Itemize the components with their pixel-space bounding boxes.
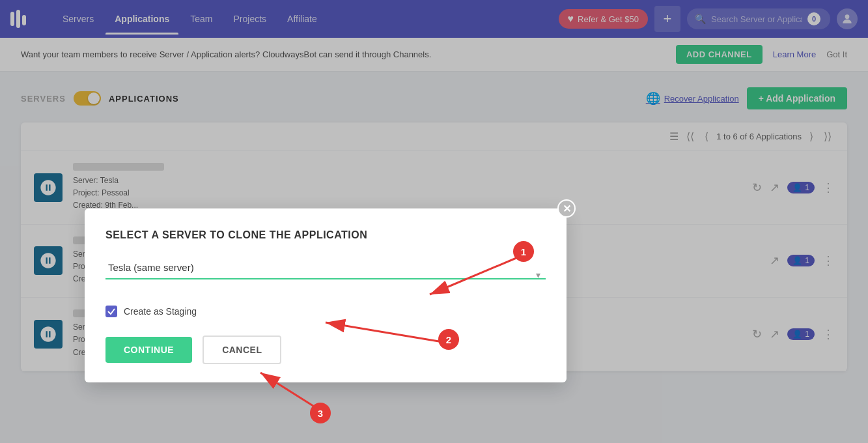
modal-title: SELECT A SERVER TO CLONE THE APPLICATION xyxy=(105,229,546,241)
clone-modal: ✕ SELECT A SERVER TO CLONE THE APPLICATI… xyxy=(85,208,567,382)
continue-button[interactable]: CONTINUE xyxy=(105,337,192,363)
modal-close-button[interactable]: ✕ xyxy=(557,199,576,218)
staging-checkbox-row: Create as Staging xyxy=(105,306,546,317)
annotation-3: 3 xyxy=(310,403,331,423)
cancel-button[interactable]: CANCEL xyxy=(203,336,281,364)
staging-checkbox[interactable] xyxy=(105,306,117,317)
annotation-1: 1 xyxy=(513,241,534,262)
staging-checkbox-label: Create as Staging xyxy=(124,306,197,317)
server-select-wrapper: Tesla (same server) xyxy=(105,257,546,293)
modal-overlay: ✕ SELECT A SERVER TO CLONE THE APPLICATI… xyxy=(0,0,868,443)
modal-buttons: CONTINUE CANCEL xyxy=(105,336,546,364)
annotation-2: 2 xyxy=(438,329,459,350)
server-select[interactable]: Tesla (same server) xyxy=(105,257,546,279)
